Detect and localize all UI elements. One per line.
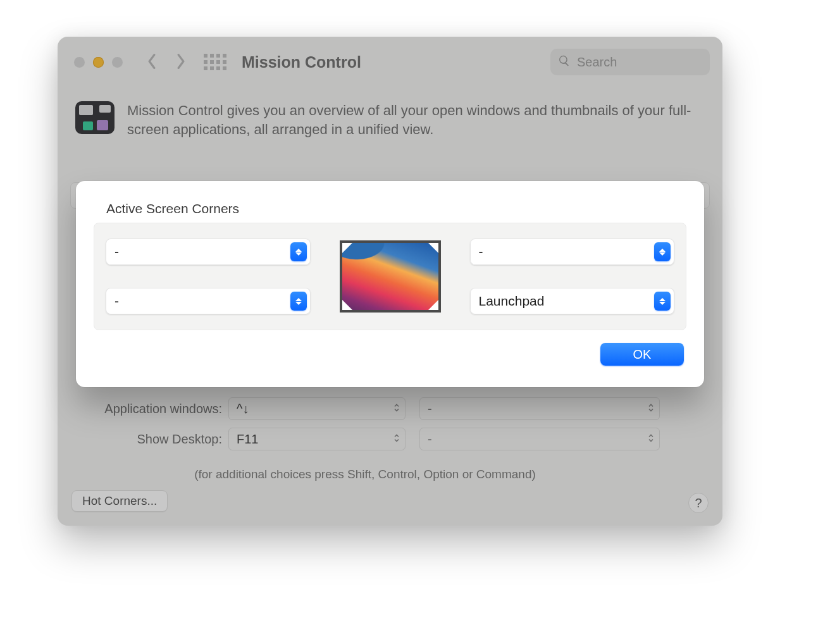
help-button[interactable]: ? (688, 493, 709, 513)
window-title: Mission Control (242, 53, 361, 71)
search-field[interactable] (550, 49, 710, 75)
updown-icon (648, 432, 654, 447)
select-value: ^↓ (237, 402, 249, 416)
row-label-show-desktop: Show Desktop: (70, 432, 228, 447)
hot-corners-button[interactable]: Hot Corners... (71, 490, 168, 512)
corner-indicator-top-left-icon (342, 243, 352, 253)
select-show-desktop-primary[interactable]: F11 (228, 428, 406, 450)
sheet-title: Active Screen Corners (106, 201, 686, 216)
select-application-windows-primary[interactable]: ^↓ (228, 397, 406, 420)
select-value: - (115, 294, 119, 309)
show-all-preferences-icon[interactable] (204, 54, 226, 70)
select-value: - (479, 244, 483, 259)
corner-select-bottom-right[interactable]: Launchpad (470, 288, 675, 314)
select-value: F11 (237, 432, 258, 447)
corner-select-top-right[interactable]: - (470, 238, 675, 265)
intro-text: Mission Control gives you an overview of… (127, 101, 707, 139)
corner-indicator-top-right-icon (428, 243, 438, 253)
ok-button[interactable]: OK (600, 343, 684, 366)
updown-stepper-icon (654, 242, 671, 261)
corner-select-bottom-left[interactable]: - (106, 288, 311, 314)
corner-indicator-bottom-right-icon (428, 300, 438, 310)
updown-stepper-icon (290, 242, 307, 261)
corner-indicator-bottom-left-icon (342, 300, 352, 310)
screen-illustration (340, 240, 441, 313)
sheet-footer: OK (94, 343, 686, 366)
select-show-desktop-secondary[interactable]: - (419, 428, 660, 450)
updown-stepper-icon (654, 292, 671, 311)
forward-button[interactable] (170, 51, 192, 73)
mission-control-icon (75, 101, 115, 134)
updown-icon (393, 432, 400, 447)
select-value: - (115, 244, 119, 259)
chevron-left-icon (146, 53, 158, 71)
select-application-windows-secondary[interactable]: - (419, 397, 660, 420)
updown-icon (648, 402, 654, 416)
help-icon: ? (695, 496, 702, 511)
window-toolbar: Mission Control (58, 37, 722, 87)
keyboard-shortcuts-section: Application windows: ^↓ - Show Desktop: … (70, 397, 710, 481)
corner-select-top-left[interactable]: - (106, 238, 311, 265)
back-button[interactable] (140, 51, 163, 73)
corner-grid: - - - Launchpad (94, 223, 686, 330)
search-icon (558, 54, 571, 70)
zoom-window-button[interactable] (112, 57, 123, 68)
select-value: Launchpad (479, 294, 545, 309)
select-value: - (428, 402, 432, 416)
updown-stepper-icon (290, 292, 307, 311)
search-input[interactable] (576, 54, 702, 70)
chevron-right-icon (175, 53, 187, 71)
window-traffic-lights (74, 57, 123, 68)
intro-row: Mission Control gives you an overview of… (75, 101, 707, 139)
wallpaper-icon (342, 243, 438, 310)
select-value: - (428, 432, 432, 447)
close-window-button[interactable] (74, 57, 85, 68)
row-label-application-windows: Application windows: (70, 402, 228, 416)
active-screen-corners-sheet: Active Screen Corners - - - Launchpad OK (76, 181, 704, 387)
updown-icon (393, 402, 400, 416)
shortcut-hint: (for additional choices press Shift, Con… (194, 468, 536, 481)
minimize-window-button[interactable] (93, 57, 104, 68)
